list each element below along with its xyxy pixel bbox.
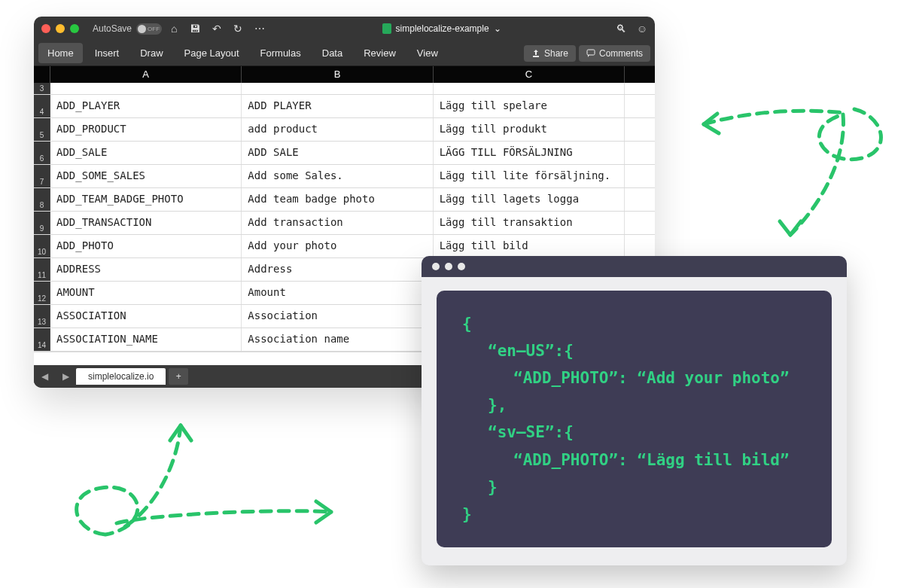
cell-sv[interactable]: Lägg till produkt: [434, 118, 625, 141]
cell-key[interactable]: ADD_SOME_SALES: [50, 165, 242, 187]
search-icon[interactable]: 🔍︎: [616, 23, 626, 35]
ribbon-tab-page-layout[interactable]: Page Layout: [175, 43, 248, 63]
row-header[interactable]: 5: [34, 118, 50, 141]
document-title: simplelocalize-example ⌄: [274, 23, 610, 34]
share-icon: [531, 49, 540, 58]
minimize-icon[interactable]: [56, 24, 65, 33]
code-window: {“en–US”:{“ADD_PHOTO”: “Add your photo”}…: [422, 256, 847, 565]
cell-key[interactable]: ASSOCIATION_NAME: [50, 328, 242, 351]
sheet-tab[interactable]: simplelocalize.io: [76, 368, 166, 385]
cell-key[interactable]: ADD_TRANSACTION: [50, 212, 242, 234]
account-icon[interactable]: ☺: [637, 23, 647, 35]
cell-en[interactable]: Association: [242, 305, 433, 328]
cell-sv[interactable]: Lägg till lagets logga: [434, 188, 625, 211]
code-block: {“en–US”:{“ADD_PHOTO”: “Add your photo”}…: [437, 291, 832, 547]
row-header[interactable]: 4: [34, 95, 50, 117]
ribbon-tab-draw[interactable]: Draw: [131, 43, 172, 63]
cell-key[interactable]: ASSOCIATION: [50, 305, 242, 328]
share-button[interactable]: Share: [524, 45, 576, 62]
zoom-icon[interactable]: [458, 263, 465, 270]
ribbon-tab-review[interactable]: Review: [355, 43, 405, 63]
column-header-A[interactable]: A: [50, 66, 242, 83]
code-line: },: [462, 391, 806, 419]
cell-key[interactable]: ADD_PLAYER: [50, 95, 242, 117]
save-icon[interactable]: 💾︎: [187, 23, 203, 35]
code-line: “en–US”:{: [462, 337, 806, 364]
autosave-switch[interactable]: OFF: [136, 23, 162, 35]
cell-key[interactable]: ADD_TEAM_BADGE_PHOTO: [50, 188, 242, 211]
row-header[interactable]: 12: [34, 282, 50, 304]
row-header[interactable]: 10: [34, 235, 50, 257]
cell-en[interactable]: Add some Sales.: [242, 165, 433, 187]
cell-tail[interactable]: [625, 188, 655, 211]
cell-sv[interactable]: Lägg till bild: [434, 235, 625, 257]
cell-en[interactable]: Amount: [242, 282, 433, 304]
cell-sv[interactable]: Lägg till spelare: [434, 95, 625, 117]
zoom-icon[interactable]: [70, 24, 79, 33]
cell-tail[interactable]: [625, 95, 655, 117]
table-row: 7ADD_SOME_SALESAdd some Sales.Lägg till …: [34, 165, 655, 188]
document-caret[interactable]: ⌄: [494, 23, 501, 34]
cell-key[interactable]: ADDRESS: [50, 258, 242, 281]
row-header[interactable]: 3: [34, 83, 50, 94]
cell-en[interactable]: ADD SALE: [242, 142, 433, 164]
document-name: simplelocalize-example: [396, 23, 489, 34]
ribbon-tab-data[interactable]: Data: [313, 43, 352, 63]
cell-tail[interactable]: [625, 142, 655, 164]
cell-tail[interactable]: [625, 235, 655, 257]
column-header-row: A B C: [34, 66, 655, 83]
ribbon: Home Insert Draw Page Layout Formulas Da…: [34, 41, 655, 66]
sheet-next-icon[interactable]: ▶: [55, 371, 76, 382]
autosave-toggle[interactable]: AutoSave OFF: [93, 23, 162, 35]
cell-key[interactable]: ADD_PRODUCT: [50, 118, 242, 141]
table-row: 4ADD_PLAYERADD PLAYERLägg till spelare: [34, 95, 655, 118]
table-row: 5ADD_PRODUCTadd productLägg till produkt: [34, 118, 655, 142]
cell-en[interactable]: ADD PLAYER: [242, 95, 433, 117]
arrow-loop-top-right: [685, 90, 903, 256]
more-icon[interactable]: ⋯: [251, 23, 268, 35]
table-row: 6ADD_SALEADD SALELÄGG TILL FÖRSÄLJNING: [34, 142, 655, 165]
cell-tail[interactable]: [625, 212, 655, 234]
cell-key[interactable]: ADD_SALE: [50, 142, 242, 164]
cell-en[interactable]: Address: [242, 258, 433, 281]
cell-sv[interactable]: Lägg till lite försäljning.: [434, 165, 625, 187]
ribbon-tab-formulas[interactable]: Formulas: [251, 43, 310, 63]
row-header[interactable]: 8: [34, 188, 50, 211]
cell-sv[interactable]: Lägg till transaktion: [434, 212, 625, 234]
row-header[interactable]: 14: [34, 328, 50, 351]
add-sheet-button[interactable]: +: [169, 368, 188, 385]
column-header-C[interactable]: C: [434, 66, 625, 83]
cell-key[interactable]: ADD_PHOTO: [50, 235, 242, 257]
cell-en[interactable]: Add team badge photo: [242, 188, 433, 211]
ribbon-tab-view[interactable]: View: [408, 43, 447, 63]
sheet-prev-icon[interactable]: ◀: [34, 371, 55, 382]
close-icon[interactable]: [432, 263, 440, 270]
cell-tail[interactable]: [625, 118, 655, 141]
row-header[interactable]: 6: [34, 142, 50, 164]
column-header-tail: [625, 66, 655, 83]
minimize-icon[interactable]: [445, 263, 452, 270]
cell-en[interactable]: Add transaction: [242, 212, 433, 234]
cell-key[interactable]: AMOUNT: [50, 282, 242, 304]
cell-sv[interactable]: LÄGG TILL FÖRSÄLJNING: [434, 142, 625, 164]
cell-en[interactable]: Association name: [242, 328, 433, 351]
undo-icon[interactable]: ↶: [209, 23, 224, 35]
row-header[interactable]: 9: [34, 212, 50, 234]
cell-en[interactable]: add product: [242, 118, 433, 141]
comments-button[interactable]: Comments: [579, 45, 650, 62]
code-line: }: [462, 501, 806, 528]
doc-icon: [382, 23, 391, 34]
select-all-cell[interactable]: [34, 66, 50, 83]
ribbon-tab-insert[interactable]: Insert: [86, 43, 129, 63]
row-header[interactable]: 7: [34, 165, 50, 187]
home-icon[interactable]: ⌂: [168, 23, 180, 35]
redo-icon[interactable]: ↻: [230, 23, 245, 35]
column-header-B[interactable]: B: [242, 66, 433, 83]
close-icon[interactable]: [41, 24, 50, 33]
cell-tail[interactable]: [625, 165, 655, 187]
row-header[interactable]: 11: [34, 258, 50, 281]
code-window-titlebar: [422, 256, 847, 277]
ribbon-tab-home[interactable]: Home: [38, 43, 83, 63]
cell-en[interactable]: Add your photo: [242, 235, 433, 257]
row-header[interactable]: 13: [34, 305, 50, 328]
